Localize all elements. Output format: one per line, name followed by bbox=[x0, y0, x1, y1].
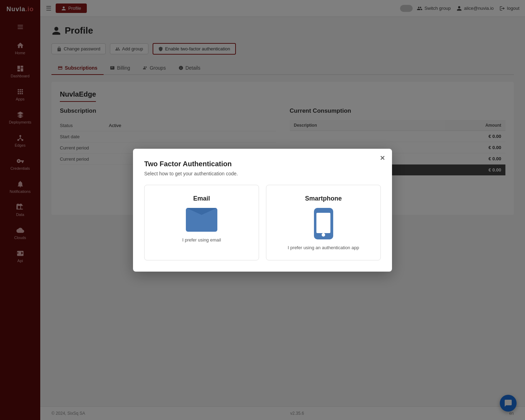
modal-overlay[interactable]: ✕ Two Factor Authentication Select how t… bbox=[0, 0, 525, 420]
modal-options: Email I prefer using email Smartphone bbox=[144, 185, 381, 260]
smartphone-icon bbox=[314, 208, 333, 239]
modal-title: Two Factor Authentication bbox=[144, 160, 381, 168]
email-option-title: Email bbox=[193, 195, 210, 202]
email-option[interactable]: Email I prefer using email bbox=[144, 185, 259, 260]
smartphone-option-desc: I prefer using an authentication app bbox=[288, 245, 359, 250]
smartphone-option-title: Smartphone bbox=[305, 195, 342, 202]
email-icon bbox=[186, 208, 217, 232]
modal-close-button[interactable]: ✕ bbox=[380, 154, 385, 162]
smartphone-option[interactable]: Smartphone I prefer using an authenticat… bbox=[266, 185, 381, 260]
two-factor-modal: ✕ Two Factor Authentication Select how t… bbox=[133, 149, 392, 272]
modal-subtitle: Select how to get your authentication co… bbox=[144, 171, 381, 176]
email-option-desc: I prefer using email bbox=[182, 237, 221, 243]
